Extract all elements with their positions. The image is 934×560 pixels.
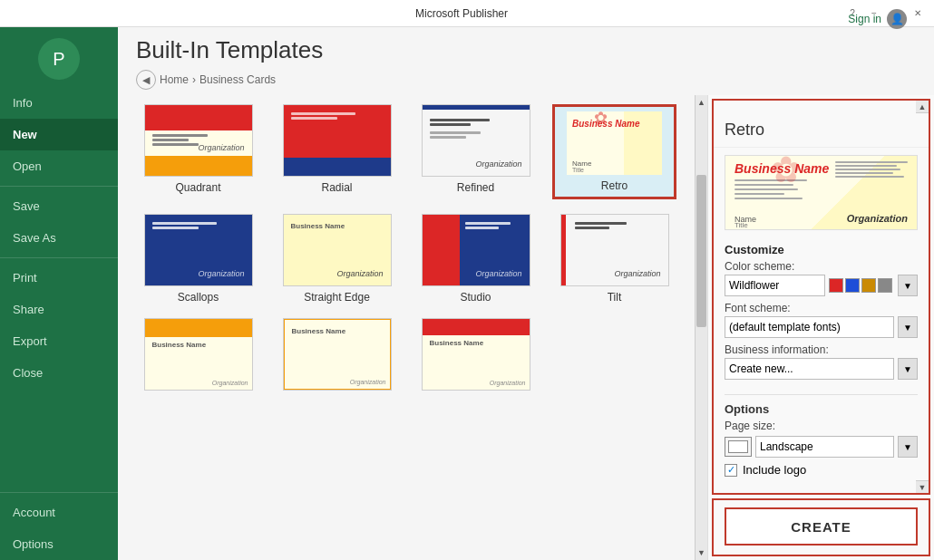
template-card-retro[interactable]: Business Name Name Title ✿	[559, 111, 669, 192]
user-avatar-icon: 👤	[887, 9, 907, 29]
template-thumb-quadrant: Organization	[144, 104, 253, 177]
rp-scroll-up-btn[interactable]: ▲	[916, 101, 929, 113]
rp-page-size-label: Page size:	[714, 418, 929, 434]
breadcrumb-back-btn[interactable]: ◀	[136, 70, 156, 90]
scroll-up-btn[interactable]: ▲	[696, 95, 707, 110]
swatch-red	[829, 278, 843, 293]
sidebar-item-save[interactable]: Save	[0, 190, 118, 222]
rp-biz-info-select[interactable]: Create new...	[725, 358, 894, 380]
template-card-refined[interactable]: Organization Refined	[413, 104, 538, 199]
template-label-radial: Radial	[321, 181, 352, 194]
rp-font-scheme-row: (default template fonts) ▼	[725, 316, 918, 338]
signin-label[interactable]: Sign in	[848, 13, 881, 25]
breadcrumb: ◀ Home › Business Cards	[136, 70, 916, 90]
create-button-wrapper: CREATE	[712, 498, 930, 556]
sidebar-item-export[interactable]: Export	[0, 325, 118, 357]
sidebar-item-print[interactable]: Print	[0, 262, 118, 294]
template-retro-wrapper: Business Name Name Title ✿	[552, 104, 676, 199]
template-card-scallops[interactable]: Organization Scallops	[136, 214, 260, 304]
template-thumb-scallops: Organization	[144, 214, 253, 286]
template-thumb-straight-edge: Business Name Organization	[283, 214, 392, 286]
template-card-radial[interactable]: Organization Radial	[275, 104, 399, 199]
page-size-icon	[725, 437, 752, 457]
template-thumb-extra2: Business Name Organization	[283, 318, 392, 391]
template-label-scallops: Scallops	[178, 291, 219, 304]
sidebar: P Info New Open Save Save As Print Share…	[0, 27, 118, 560]
sidebar-divider-bottom	[0, 492, 118, 493]
template-label-studio: Studio	[460, 291, 491, 304]
sidebar-logo: P	[38, 38, 80, 80]
template-thumb-refined: Organization	[422, 104, 530, 177]
include-logo-checkbox[interactable]: ✓	[725, 464, 737, 477]
template-card-straight-edge[interactable]: Business Name Organization Straight Edge	[275, 214, 399, 304]
breadcrumb-separator: ›	[192, 73, 196, 86]
rp-customize-section: Customize Color scheme: Wildflower	[714, 237, 929, 391]
sidebar-item-new[interactable]: New	[0, 119, 118, 150]
sidebar-item-options[interactable]: Options	[0, 528, 118, 560]
template-scrollbar[interactable]: ▲ ▼	[695, 95, 707, 560]
sidebar-item-save-as[interactable]: Save As	[0, 222, 118, 254]
rp-page-size-select[interactable]: Landscape	[755, 436, 894, 458]
template-card-quadrant[interactable]: Organization Quadrant	[136, 104, 260, 199]
template-label-straight-edge: Straight Edge	[304, 291, 370, 304]
breadcrumb-home[interactable]: Home	[160, 73, 189, 86]
content-area: Built-In Templates ◀ Home › Business Car…	[118, 27, 934, 560]
rp-biz-info-label: Business information:	[725, 343, 918, 356]
include-logo-label: Include logo	[743, 463, 806, 477]
rp-biz-info-row: Create new... ▼	[725, 358, 918, 380]
rp-color-scheme-select[interactable]: Wildflower	[725, 275, 825, 296]
rp-options-title: Options	[714, 399, 929, 418]
template-card-tilt[interactable]: Organization Tilt	[552, 214, 676, 304]
rp-options-section: Options Page size: Landscape ▼	[714, 399, 929, 480]
sidebar-item-account[interactable]: Account	[0, 497, 118, 528]
sidebar-item-close[interactable]: Close	[0, 357, 118, 389]
template-thumb-extra1: Business Name Organization	[144, 318, 253, 391]
rp-customize-label: Customize	[725, 243, 918, 256]
rp-include-logo-row[interactable]: ✓ Include logo	[714, 459, 929, 480]
swatch-gold	[861, 278, 876, 293]
sidebar-bottom: Account Options	[0, 488, 118, 560]
template-label-quadrant: Quadrant	[175, 181, 220, 194]
rp-divider	[725, 394, 918, 395]
checkbox-check-icon: ✓	[727, 464, 735, 476]
rp-color-scheme-label: Color scheme:	[725, 260, 918, 273]
template-card-extra3[interactable]: Business Name Organization	[413, 318, 538, 395]
template-card-extra1[interactable]: Business Name Organization	[136, 318, 260, 395]
template-thumb-tilt: Organization	[560, 214, 669, 286]
sidebar-divider-1	[0, 186, 118, 187]
template-thumb-studio: Organization	[422, 214, 530, 286]
template-thumb-radial: Organization	[283, 104, 392, 177]
template-card-extra2[interactable]: Business Name Organization	[275, 318, 399, 395]
sign-in-area[interactable]: Sign in 👤	[848, 9, 907, 29]
app-title: Microsoft Publisher	[80, 7, 843, 20]
content-header: Built-In Templates ◀ Home › Business Car…	[118, 27, 934, 95]
close-btn[interactable]: ✕	[909, 5, 927, 22]
rp-title: Retro	[714, 113, 929, 148]
right-panel-border: ▲ Retro Business Name	[712, 99, 930, 495]
sidebar-item-info[interactable]: Info	[0, 87, 118, 119]
template-thumb-retro: Business Name Name Title ✿	[567, 111, 662, 175]
sidebar-divider-2	[0, 257, 118, 258]
rp-font-scheme-label: Font scheme:	[725, 302, 918, 314]
sidebar-item-share[interactable]: Share	[0, 294, 118, 325]
create-button[interactable]: CREATE	[725, 507, 918, 546]
scroll-track	[696, 110, 707, 546]
rp-page-size-row: Landscape ▼	[714, 434, 929, 459]
color-scheme-dropdown-arrow[interactable]: ▼	[898, 275, 918, 296]
scroll-thumb	[696, 175, 706, 327]
rp-preview: Business Name	[725, 155, 918, 230]
biz-info-dropdown-arrow[interactable]: ▼	[898, 358, 918, 380]
scroll-down-btn[interactable]: ▼	[696, 546, 707, 560]
rp-font-scheme-select[interactable]: (default template fonts)	[725, 316, 894, 338]
sidebar-item-open[interactable]: Open	[0, 150, 118, 182]
rp-color-scheme-row: Wildflower ▼	[725, 275, 918, 296]
font-scheme-dropdown-arrow[interactable]: ▼	[898, 316, 918, 338]
page-title: Built-In Templates	[136, 36, 916, 64]
page-size-dropdown-arrow[interactable]: ▼	[898, 436, 918, 458]
template-label-retro: Retro	[601, 179, 628, 192]
rp-scroll-down-btn[interactable]: ▼	[916, 480, 929, 493]
template-label-refined: Refined	[457, 181, 494, 194]
right-panel: ▲ Retro Business Name	[707, 95, 934, 560]
template-thumb-extra3: Business Name Organization	[422, 318, 530, 391]
template-card-studio[interactable]: Organization Studio	[413, 214, 538, 304]
